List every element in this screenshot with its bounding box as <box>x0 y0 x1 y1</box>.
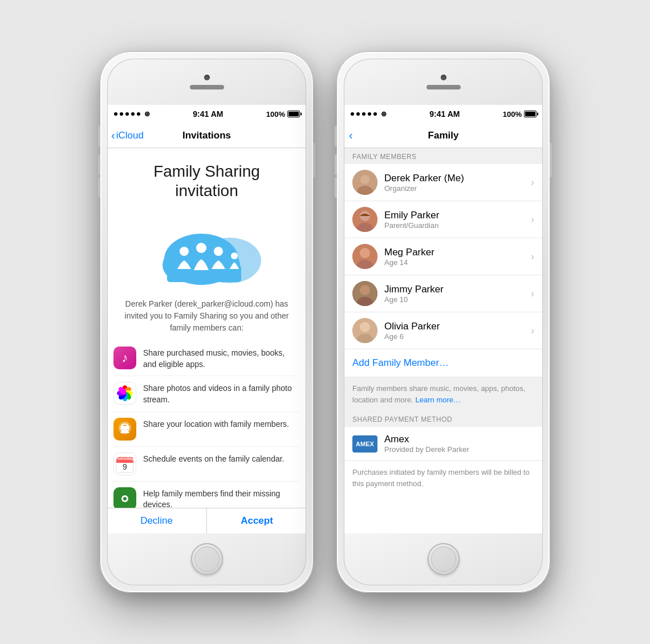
music-icon: ♪ <box>113 347 136 369</box>
member-info-olivia: Olivia Parker Age 6 <box>384 321 524 341</box>
payment-note: Purchases initiated by family members wi… <box>344 460 543 495</box>
phone-family: ⊛ 9:41 AM 100% ‹ Family <box>336 51 550 593</box>
member-name-emily: Emily Parker <box>384 210 524 221</box>
chevron-right-jimmy: › <box>531 288 534 300</box>
member-role-emily: Parent/Guardian <box>384 221 524 230</box>
invitation-body: Derek Parker (derek_parker@icloud.com) h… <box>107 298 306 341</box>
signal-dot-8 <box>362 112 365 116</box>
member-info-emily: Emily Parker Parent/Guardian <box>384 210 524 230</box>
feature-item-findmy: Help family members find their missing d… <box>113 482 300 508</box>
signal-dot-4 <box>131 112 135 116</box>
payment-info: Amex Provided by Derek Parker <box>384 434 534 454</box>
signal-dot-9 <box>368 112 371 116</box>
back-button-2[interactable]: ‹ <box>349 130 353 141</box>
chevron-right-olivia: › <box>531 325 534 337</box>
member-role-olivia: Age 6 <box>384 332 524 341</box>
battery-icon <box>287 111 300 117</box>
member-row-jimmy[interactable]: Jimmy Parker Age 10 › <box>344 275 543 312</box>
member-info-jimmy: Jimmy Parker Age 10 <box>384 284 524 304</box>
decline-button[interactable]: Decline <box>107 508 207 533</box>
payment-row[interactable]: AMEX Amex Provided by Derek Parker <box>344 427 543 460</box>
svg-point-21 <box>125 426 129 429</box>
member-row-meg[interactable]: Meg Parker Age 14 › <box>344 238 543 275</box>
member-name-derek: Derek Parker (Me) <box>384 173 524 184</box>
avatar-derek <box>352 170 377 195</box>
feature-text-findmy: Help family members find their missing d… <box>143 487 300 508</box>
svg-text:Tuesday: Tuesday <box>116 456 134 461</box>
svg-point-5 <box>180 247 189 256</box>
avatar-meg <box>352 244 377 269</box>
feature-text-music: Share purchased music, movies, books, an… <box>143 347 300 370</box>
phone-screen-2: ⊛ 9:41 AM 100% ‹ Family <box>344 105 543 533</box>
family-illustration <box>107 209 306 298</box>
member-role-derek: Organizer <box>384 184 524 193</box>
back-button[interactable]: ‹ iCloud <box>111 130 144 141</box>
member-row-derek[interactable]: Derek Parker (Me) Organizer › <box>344 164 543 201</box>
findmy-icon <box>113 487 136 508</box>
location-icon <box>113 418 136 441</box>
family-content: FAMILY MEMBERS Derek Parker (Me) <box>344 148 543 533</box>
signal-dot-1 <box>114 112 117 116</box>
nav-title-2: Family <box>428 130 459 141</box>
phone-screen: ⊛ 9:41 AM 100% ‹ iCloud <box>107 105 306 533</box>
camera-dot-2 <box>441 75 446 80</box>
family-members-header: FAMILY MEMBERS <box>344 148 543 164</box>
avatar-jimmy <box>352 281 377 306</box>
accept-button[interactable]: Accept <box>207 508 306 533</box>
signal-area: ⊛ <box>113 110 150 118</box>
feature-text-calendar: Schedule events on the family calendar. <box>143 453 285 465</box>
avatar-olivia <box>352 318 377 343</box>
add-member-label: Add Family Member… <box>352 357 449 368</box>
member-name-olivia: Olivia Parker <box>384 321 524 332</box>
member-role-jimmy: Age 10 <box>384 295 524 304</box>
battery-percent-2: 100% <box>503 110 522 119</box>
chevron-left-icon-2: ‹ <box>349 129 353 141</box>
feature-item-calendar: Tuesday 9 Schedule events on the family … <box>113 447 300 482</box>
home-button[interactable] <box>191 543 223 575</box>
learn-more-link[interactable]: Learn more… <box>416 396 461 404</box>
svg-point-43 <box>360 322 370 332</box>
payment-name: Amex <box>384 434 534 445</box>
signal-dot-10 <box>373 112 377 116</box>
member-name-meg: Meg Parker <box>384 247 524 258</box>
feature-item-photos: Share photos and videos in a family phot… <box>113 376 300 411</box>
signal-dot-6 <box>351 112 354 116</box>
member-row-emily[interactable]: Emily Parker Parent/Guardian › <box>344 201 543 238</box>
camera-dot <box>204 75 210 80</box>
battery-fill <box>289 112 299 116</box>
member-row-olivia[interactable]: Olivia Parker Age 6 › <box>344 312 543 349</box>
speaker-grill <box>190 85 224 89</box>
status-time: 9:41 AM <box>193 109 223 119</box>
feature-list: ♪ Share purchased music, movies, books, … <box>107 341 306 508</box>
calendar-icon: Tuesday 9 <box>113 453 136 475</box>
nav-title: Invitations <box>182 130 231 141</box>
family-info-text: Family members share music, movies, apps… <box>344 377 543 411</box>
wifi-icon: ⊛ <box>144 110 150 118</box>
add-family-member-row[interactable]: Add Family Member… <box>344 349 543 377</box>
member-role-meg: Age 14 <box>384 258 524 267</box>
phone-invitations: ⊛ 9:41 AM 100% ‹ iCloud <box>100 51 314 593</box>
action-buttons: Decline Accept <box>107 508 306 533</box>
svg-point-6 <box>196 243 206 253</box>
signal-dot-2 <box>120 112 123 116</box>
signal-dot-5 <box>137 112 140 116</box>
member-name-jimmy: Jimmy Parker <box>384 284 524 295</box>
feature-item-location: Share your location with family members. <box>113 412 300 447</box>
svg-point-8 <box>231 252 238 259</box>
signal-area-2: ⊛ <box>350 110 387 118</box>
signal-dot-3 <box>125 112 129 116</box>
svg-point-29 <box>123 497 127 500</box>
invitation-title: Family Sharinginvitation <box>118 162 295 200</box>
member-info-derek: Derek Parker (Me) Organizer <box>384 173 524 193</box>
chevron-left-icon: ‹ <box>111 129 115 141</box>
svg-point-31 <box>360 175 369 184</box>
chevron-right-meg: › <box>531 251 534 263</box>
svg-text:9: 9 <box>123 462 127 471</box>
nav-bar-2: ‹ Family <box>344 123 543 148</box>
invitation-content: Family Sharinginvitation <box>107 148 306 508</box>
amex-icon: AMEX <box>352 435 377 453</box>
home-button-2[interactable] <box>428 543 460 575</box>
speaker-grill-2 <box>426 85 461 89</box>
payment-provided-by: Provided by Derek Parker <box>384 445 534 454</box>
status-bar: ⊛ 9:41 AM 100% <box>107 105 306 123</box>
